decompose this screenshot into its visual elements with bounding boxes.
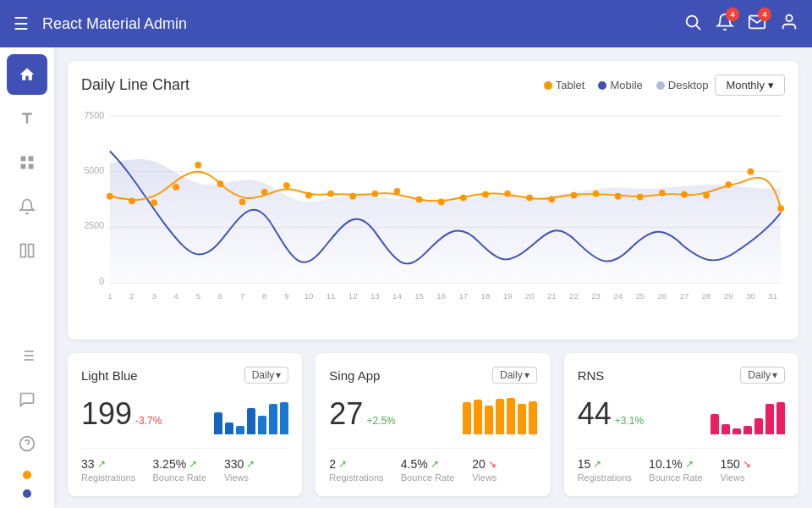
svg-text:26: 26 xyxy=(658,291,667,301)
svg-text:30: 30 xyxy=(746,291,755,301)
mini-bar-lb-3 xyxy=(236,426,244,434)
arrow-up-icon: ↗ xyxy=(97,458,106,470)
svg-text:17: 17 xyxy=(458,291,468,301)
sidebar-item-text[interactable] xyxy=(7,98,47,139)
legend-dot-tablet xyxy=(544,81,552,90)
help-icon xyxy=(19,435,36,452)
text-icon xyxy=(19,110,36,127)
svg-text:5000: 5000 xyxy=(84,165,104,175)
mini-bar-rns-3 xyxy=(732,428,741,434)
svg-text:6: 6 xyxy=(218,291,222,301)
svg-text:29: 29 xyxy=(724,291,733,301)
svg-text:20: 20 xyxy=(525,291,535,301)
svg-point-38 xyxy=(482,191,489,198)
mini-bars-lb xyxy=(214,394,288,434)
stat-number-lb: 199-3.7% xyxy=(81,396,162,432)
stat-card-title-sa: Sing App xyxy=(329,368,380,383)
mini-bar-rns-5 xyxy=(754,418,763,434)
avatar-icon-wrap[interactable] xyxy=(780,13,798,35)
svg-point-37 xyxy=(460,195,467,202)
stat-card-title-rns: RNS xyxy=(578,368,605,383)
svg-point-51 xyxy=(777,205,784,212)
menu-icon[interactable]: ☰ xyxy=(14,14,29,34)
sidebar-item-chat[interactable] xyxy=(7,379,47,420)
svg-text:9: 9 xyxy=(284,291,288,301)
sidebar-item-help[interactable] xyxy=(7,423,47,464)
chevron-down-icon: ▾ xyxy=(768,79,774,91)
svg-text:14: 14 xyxy=(392,291,402,301)
svg-rect-4 xyxy=(29,245,34,257)
period-btn-lb[interactable]: Daily ▾ xyxy=(244,367,289,384)
svg-point-28 xyxy=(261,189,268,196)
sidebar-item-book[interactable] xyxy=(7,230,47,271)
mini-bar-sa-2 xyxy=(474,400,482,434)
avatar-icon xyxy=(780,13,798,31)
svg-point-43 xyxy=(593,190,600,197)
period-btn-rns[interactable]: Daily ▾ xyxy=(740,367,785,384)
svg-text:7: 7 xyxy=(240,291,244,301)
svg-point-41 xyxy=(548,196,555,203)
svg-point-23 xyxy=(151,200,157,207)
svg-text:2: 2 xyxy=(129,291,134,301)
grid-icon xyxy=(19,154,36,171)
svg-point-0 xyxy=(687,16,698,27)
chart-legend: Tablet Mobile Desktop xyxy=(544,79,709,91)
mini-bar-rns-1 xyxy=(710,414,719,434)
mini-bar-sa-6 xyxy=(518,404,526,434)
search-icon xyxy=(683,13,702,31)
stat-cards-row: Light Blue Daily ▾ 199-3.7% xyxy=(68,353,798,496)
stat-main-lb: 199-3.7% xyxy=(81,394,288,434)
mini-bar-lb-2 xyxy=(225,422,233,434)
svg-point-48 xyxy=(703,192,710,199)
svg-point-21 xyxy=(107,193,113,200)
search-icon-wrap[interactable] xyxy=(683,13,702,35)
period-selector[interactable]: Monthly ▾ xyxy=(715,75,785,96)
bell-icon-wrap[interactable]: 4 xyxy=(716,13,734,35)
svg-text:18: 18 xyxy=(481,291,491,301)
mini-bar-sa-7 xyxy=(529,401,537,434)
svg-point-22 xyxy=(129,198,135,205)
svg-text:23: 23 xyxy=(591,291,601,301)
arrow-up-icon: ↗ xyxy=(189,458,197,470)
svg-point-27 xyxy=(239,199,246,206)
period-btn-sa[interactable]: Daily ▾ xyxy=(492,367,537,384)
svg-point-47 xyxy=(681,191,688,198)
svg-point-25 xyxy=(195,162,201,168)
arrow-up-icon: ↗ xyxy=(338,458,347,470)
svg-point-2 xyxy=(786,15,792,21)
svg-text:24: 24 xyxy=(613,291,623,301)
navbar: ☰ React Material Admin 4 4 xyxy=(0,0,812,47)
svg-point-31 xyxy=(327,190,334,197)
sidebar-item-grid[interactable] xyxy=(7,142,47,183)
footer-registrations-lb: 33↗ Registrations xyxy=(81,457,145,483)
chart-title: Daily Line Chart xyxy=(81,76,537,94)
mail-badge: 4 xyxy=(758,8,771,21)
stat-card-header-sa: Sing App Daily ▾ xyxy=(329,367,536,384)
stat-main-sa: 27+2.5% xyxy=(329,394,536,434)
svg-text:22: 22 xyxy=(569,291,579,301)
svg-point-34 xyxy=(394,188,401,195)
stat-card-rns: RNS Daily ▾ 44+3.1% xyxy=(564,353,798,496)
mini-bar-lb-7 xyxy=(280,402,288,434)
arrow-up-icon: ↗ xyxy=(593,458,601,470)
svg-point-44 xyxy=(615,193,622,200)
mini-bar-sa-1 xyxy=(463,402,471,434)
legend-dot-desktop xyxy=(656,81,665,90)
mini-bars-rns xyxy=(710,394,785,434)
mini-bar-lb-6 xyxy=(269,404,277,434)
stat-footer-lb: 33↗ Registrations 3.25%↗ Bounce Rate 330… xyxy=(81,448,288,483)
svg-text:27: 27 xyxy=(680,291,689,301)
chevron-lb: ▾ xyxy=(276,369,281,381)
sidebar-item-home[interactable] xyxy=(7,54,47,95)
mini-bars-sa xyxy=(463,394,537,434)
arrow-up-icon: ↗ xyxy=(246,458,255,470)
mail-icon-wrap[interactable]: 4 xyxy=(748,13,766,35)
svg-text:4: 4 xyxy=(174,291,179,301)
book-icon xyxy=(19,242,36,259)
sidebar-item-list[interactable] xyxy=(7,335,47,376)
chat-icon xyxy=(19,391,36,408)
stat-card-title-lb: Light Blue xyxy=(81,368,138,383)
svg-text:10: 10 xyxy=(304,291,314,301)
svg-text:13: 13 xyxy=(370,291,380,301)
sidebar-item-bell[interactable] xyxy=(7,186,47,227)
